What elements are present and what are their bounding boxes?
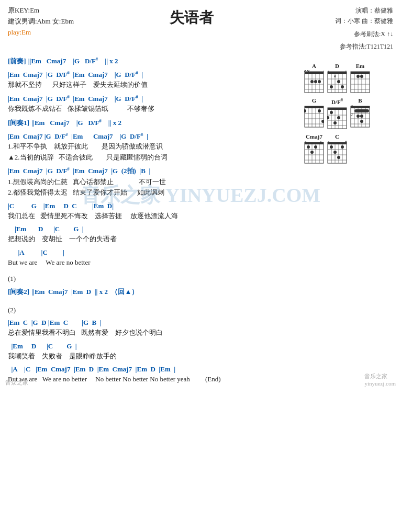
bridge-lyric2: 我嘲笑着 失败者 是眼睁睁放手的 (8, 351, 294, 361)
svg-text:x: x (320, 141, 322, 144)
verse2-block2: |Em Cmaj7 |G D/F# |Em Cmaj7 |G (2拍) |B |… (8, 166, 294, 197)
main-content: [前奏] ||Em Cmaj7 |G D/F# || x 2 |Em Cmaj7… (8, 56, 294, 384)
svg-rect-68 (351, 106, 370, 108)
svg-point-13 (308, 70, 309, 72)
svg-point-108 (346, 141, 347, 142)
chorus-chords2: |Em D |C G | (8, 225, 294, 233)
svg-rect-31 (351, 72, 370, 74)
footer-logo: 音乐之家yinyuezj.com (364, 372, 396, 387)
verse2-lyric1b: ▲2.当初的说辞 不适合彼此 只是藏匿懦弱的台词 (8, 152, 294, 163)
verse2-lyric2b: 2.都怪我觉悟得太迟 结束了爱你才开始 如此讽刺 (8, 187, 294, 198)
bridge-block1: |Em C |G D |Em C |G B | 总在爱情里我看不明白 既然有爱 … (8, 319, 294, 338)
chorus-block2: |Em D |C G | 把想说的 变胡扯 一个个的失语者 (8, 225, 294, 244)
marker-1-text: (1) (8, 275, 294, 283)
svg-point-78 (360, 115, 363, 118)
chorus-lyric1: 我们总在 爱情里死不悔改 选择苦捱 放逐他漂流人海 (8, 211, 294, 221)
original-key: 原KEY:Em (8, 5, 74, 16)
song-title: 失语者 (74, 5, 309, 52)
svg-point-90 (307, 145, 310, 149)
svg-point-91 (310, 151, 314, 154)
svg-text:2: 2 (351, 112, 353, 117)
lyrics-composer: 词：小寒 曲：蔡健雅 (309, 16, 393, 26)
svg-text:x: x (305, 141, 307, 144)
verse1-lyric1: 那就不坚持 只好这样子 爱失去延续的价值 (8, 80, 294, 90)
svg-rect-96 (328, 142, 347, 144)
verse2-block1: |Em Cmaj7 |G D/F# |Em Cmaj7 |G D/F# | 1.… (8, 132, 294, 162)
svg-point-63 (330, 111, 333, 114)
svg-point-79 (360, 120, 363, 123)
outro-chords: |A |C |Em Cmaj7 |Em D |Em Cmaj7 |Em D |E… (8, 365, 294, 373)
svg-point-10 (314, 80, 317, 83)
chorus-chords1: |C G |Em D C |Em D| (8, 202, 294, 210)
chorus-block1: |C G |Em D C |Em D| 我们总在 爱情里死不悔改 选择苦捱 放逐… (8, 202, 294, 221)
chorus-chords3: |A |C | (8, 248, 294, 257)
bridge-chords1: |Em C |G D |Em C |G B | (8, 319, 294, 327)
chord-A: A (304, 63, 324, 93)
svg-point-12 (304, 70, 306, 72)
chord-diagrams: A (304, 63, 396, 168)
chord-Cmaj7: Cmaj7 x x (304, 133, 324, 164)
chord-row-2: G D/F# (304, 97, 396, 129)
chord-DFsharp: D/F# (327, 97, 347, 129)
verse1-block1: |Em Cmaj7 |G D/F# |Em Cmaj7 |G D/F# | 那就… (8, 70, 294, 90)
svg-point-9 (310, 80, 314, 83)
svg-point-50 (304, 109, 306, 112)
chorus-lyric2: 把想说的 变胡扯 一个个的失语者 (8, 234, 294, 244)
svg-point-39 (357, 75, 360, 78)
verse2-chords2: |Em Cmaj7 |G D/F# |Em Cmaj7 |G (2拍) |B | (8, 166, 294, 176)
chord-row-3: Cmaj7 x x (304, 133, 396, 164)
verse2-lyric1a: 1.和平不争执 就放开彼此 是因为骄傲或潜意识 (8, 141, 294, 152)
singer-name: 演唱：蔡健雅 (309, 5, 393, 16)
chord-row-1: A (304, 63, 396, 93)
section-interlude2: [间奏2] ||Em Cmaj7 |Em D || x 2 （回▲） (8, 287, 294, 297)
svg-rect-76 (354, 109, 369, 112)
chord-D: D x x (327, 63, 347, 93)
interlude1-chords: [间奏1] ||Em Cmaj7 |G D/F# || x 2 (8, 118, 294, 128)
verse2-chords1: |Em Cmaj7 |G D/F# |Em Cmaj7 |G D/F# | (8, 132, 294, 141)
marker-2-text: (2) (8, 306, 294, 314)
chord-C: C x (327, 133, 347, 164)
svg-text:x: x (328, 141, 330, 144)
bridge-chords2: |Em D |C G | (8, 342, 294, 350)
svg-point-25 (337, 80, 340, 83)
svg-point-106 (337, 156, 340, 159)
section-interlude1: [间奏1] ||Em Cmaj7 |G D/F# || x 2 (8, 118, 294, 128)
marker-2: (2) (8, 306, 294, 314)
bridge-lyric1: 总在爱情里我看不明白 既然有爱 好夕也说个明白 (8, 327, 294, 338)
svg-point-51 (318, 109, 321, 112)
svg-rect-54 (328, 108, 347, 110)
svg-point-92 (314, 145, 317, 149)
outro-block: |A |C |Em Cmaj7 |Em D |Em Cmaj7 |Em D |E… (8, 365, 294, 384)
prelude-chords: [前奏] ||Em Cmaj7 |G D/F# || x 2 (8, 56, 294, 66)
svg-rect-42 (305, 106, 324, 108)
svg-point-104 (330, 145, 333, 149)
chorus-block3: |A |C | But we are We are no better (8, 248, 294, 268)
svg-rect-16 (328, 72, 347, 74)
svg-text:x: x (323, 70, 324, 73)
outro-lyric: But we are We are no better No better No… (8, 374, 294, 384)
play-key: play:Em (8, 27, 74, 38)
chord-Em: Em (350, 63, 370, 93)
verse1-chords1: |Em Cmaj7 |G D/F# |Em Cmaj7 |G D/F# | (8, 70, 294, 79)
svg-point-40 (360, 75, 363, 78)
verse1-chords2: |Em Cmaj7 |G D/F# |Em Cmaj7 |G D/F# | (8, 94, 294, 103)
verse1-lyric2: 你我既炼不成钻石 像揉皱锡箔纸 不够奢侈 (8, 104, 294, 114)
key-info: 原KEY:Em 建议男调:Abm 女:Ebm play:Em (8, 5, 74, 52)
interlude2-chords: [间奏2] ||Em Cmaj7 |Em D || x 2 （回▲） (8, 287, 294, 297)
svg-text:x: x (351, 105, 353, 108)
chord-B: B 2 x (350, 97, 370, 129)
chorus-lyric3: But we are We are no better (8, 257, 294, 268)
svg-point-62 (327, 116, 329, 119)
svg-rect-1 (305, 72, 324, 74)
svg-point-65 (337, 116, 340, 119)
svg-point-11 (318, 80, 321, 83)
bridge-block2: |Em D |C G | 我嘲笑着 失败者 是眼睁睁放手的 (8, 342, 294, 361)
finger-pattern: 参考指法:T121T121 (309, 41, 393, 52)
header-area: 原KEY:Em 建议男调:Abm 女:Ebm play:Em 失语者 演唱：蔡健… (8, 5, 393, 52)
svg-point-24 (330, 85, 333, 88)
footer-logo-left: 音众之家 (5, 379, 28, 387)
strum-pattern: 参考刷法:X ↑↓ (309, 29, 393, 39)
svg-point-107 (341, 145, 344, 149)
svg-point-77 (357, 115, 360, 118)
chord-G: G (304, 97, 324, 129)
